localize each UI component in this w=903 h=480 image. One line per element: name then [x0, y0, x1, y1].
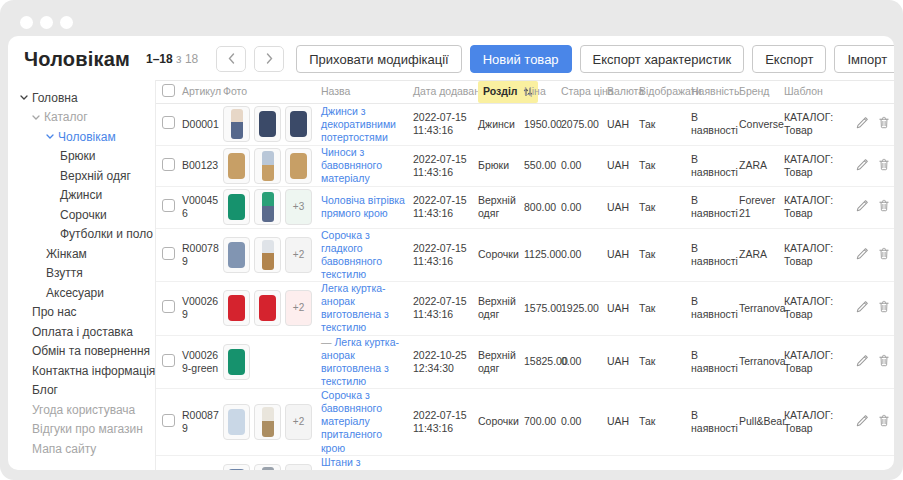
row-checkbox[interactable] — [162, 247, 175, 260]
sidebar-item-label: Каталог — [44, 110, 88, 124]
window-maximize-dot[interactable] — [60, 16, 73, 29]
delete-button[interactable] — [878, 354, 890, 370]
new-product-button[interactable]: Новий товар — [470, 45, 572, 73]
delete-button[interactable] — [878, 158, 890, 174]
col-availability[interactable]: Наявність — [691, 85, 739, 98]
edit-button[interactable] — [856, 300, 869, 316]
export-button[interactable]: Експорт — [752, 45, 826, 73]
col-section[interactable]: Розділ — [478, 81, 524, 102]
product-name-link[interactable]: Сорочка з бавовняного матеріалу притален… — [321, 389, 382, 454]
template-cell: КАТАЛОГ: Товар — [784, 242, 846, 268]
sidebar-item-9[interactable]: Взуття — [8, 264, 155, 284]
delete-button[interactable] — [878, 199, 890, 215]
col-old-price[interactable]: Стара ціна — [561, 85, 607, 98]
product-name-link[interactable]: Легка куртка-анорак виготовлена з тексти… — [321, 336, 399, 387]
col-price[interactable]: Ціна — [524, 85, 561, 98]
sidebar: Головна Каталог Чоловікам Брюки Верхній … — [8, 80, 155, 470]
edit-button[interactable] — [856, 247, 869, 263]
sidebar-item-17[interactable]: Відгуки про магазин — [8, 420, 155, 440]
table-row: R000879 +2 Сорочка з бавовняного матеріа… — [156, 389, 894, 456]
product-name-link[interactable]: Сорочка з гладкого бавовняного текстилю — [321, 229, 382, 280]
sidebar-item-15[interactable]: Блог — [8, 381, 155, 401]
table-header-row: Артикул Фото Назва Дата додавання Розділ… — [156, 80, 894, 104]
edit-button[interactable] — [856, 354, 869, 370]
product-name-link[interactable]: Чоловіча вітрівка прямого крою — [321, 194, 405, 219]
edit-button[interactable] — [856, 414, 869, 430]
col-date[interactable]: Дата додавання — [413, 85, 478, 98]
row-checkbox[interactable] — [162, 300, 175, 313]
price-cell: 1950.00 — [524, 118, 561, 131]
sidebar-item-11[interactable]: Про нас — [8, 303, 155, 323]
sidebar-item-10[interactable]: Аксесуари — [8, 283, 155, 303]
col-photo[interactable]: Фото — [223, 85, 321, 98]
sidebar-item-18[interactable]: Мапа сайту — [8, 439, 155, 459]
col-section-label: Розділ — [483, 85, 518, 98]
template-cell: КАТАЛОГ: Товар — [784, 153, 846, 179]
pagination-total: з 18 — [176, 52, 198, 66]
sidebar-item-4[interactable]: Верхній одяг — [8, 166, 155, 186]
export-characteristics-button[interactable]: Експорт характеристик — [580, 45, 745, 73]
product-name-link[interactable]: Джинси з декоративними потертостями — [321, 105, 396, 143]
chevron-down-icon — [46, 134, 58, 139]
product-photo — [254, 404, 281, 440]
date-added-cell: 2022-10-25 12:34:30 — [413, 349, 478, 375]
sidebar-item-2[interactable]: Чоловікам — [8, 127, 155, 147]
product-name-link[interactable]: Легка куртка-анорак виготовлена з тексти… — [321, 282, 389, 333]
next-page-button[interactable] — [254, 46, 284, 72]
sku-cell: V000456 — [182, 194, 223, 220]
row-checkbox[interactable] — [162, 116, 175, 129]
import-button[interactable]: Імпорт — [834, 45, 894, 73]
col-show[interactable]: Відображати — [639, 85, 691, 98]
prev-page-button[interactable] — [216, 46, 246, 72]
show-cell: Так — [639, 302, 691, 315]
sidebar-item-label: Чоловікам — [58, 130, 116, 144]
photo-cell — [223, 344, 321, 380]
col-artikul[interactable]: Артикул — [182, 85, 223, 98]
sidebar-item-13[interactable]: Обмін та повернення — [8, 342, 155, 362]
delete-button[interactable] — [878, 414, 890, 430]
sidebar-item-16[interactable]: Угода користувача — [8, 400, 155, 420]
date-added-cell: 2022-07-15 11:43:16 — [413, 153, 478, 179]
delete-button[interactable] — [878, 300, 890, 316]
sku-cell: R000879 — [182, 409, 223, 435]
sidebar-item-8[interactable]: Жінкам — [8, 244, 155, 264]
row-checkbox[interactable] — [162, 158, 175, 171]
product-name-link[interactable]: Штани з бавовняного матеріалу прямого кр… — [321, 456, 388, 470]
brand-cell: ZARA — [739, 248, 784, 261]
delete-button[interactable] — [878, 247, 890, 263]
edit-button[interactable] — [856, 158, 869, 174]
row-checkbox[interactable] — [162, 354, 175, 367]
product-name-cell: Джинси з декоративними потертостями — [321, 105, 413, 144]
sidebar-item-1[interactable]: Каталог — [8, 108, 155, 128]
sidebar-item-12[interactable]: Оплата і доставка — [8, 322, 155, 342]
window-close-dot[interactable] — [20, 16, 33, 29]
edit-button[interactable] — [856, 199, 869, 215]
availability-cell: В наявності — [691, 295, 739, 321]
row-checkbox[interactable] — [162, 199, 175, 212]
sidebar-item-5[interactable]: Джинси — [8, 186, 155, 206]
sidebar-item-6[interactable]: Сорочки — [8, 205, 155, 225]
product-photo — [223, 189, 250, 225]
more-photos-badge: +2 — [285, 464, 312, 470]
sidebar-item-14[interactable]: Контактна інформація — [8, 361, 155, 381]
variant-dash: — — [321, 336, 332, 348]
availability-cell: В наявності — [691, 111, 739, 137]
col-brand[interactable]: Бренд — [739, 85, 784, 98]
product-name-link[interactable]: Чиноси з бавовняного матеріалу — [321, 146, 382, 184]
brand-cell: Terranova — [739, 302, 784, 315]
more-photos-badge: +2 — [285, 290, 312, 326]
sidebar-item-7[interactable]: Футболки и поло — [8, 225, 155, 245]
window-minimize-dot[interactable] — [40, 16, 53, 29]
delete-button[interactable] — [878, 116, 890, 132]
sidebar-item-0[interactable]: Головна — [8, 88, 155, 108]
hide-modifications-button[interactable]: Приховати модифікації — [296, 45, 461, 73]
select-all-checkbox[interactable] — [162, 84, 175, 97]
col-template[interactable]: Шаблон — [784, 85, 846, 98]
col-currency[interactable]: Валюта — [607, 85, 639, 98]
col-name[interactable]: Назва — [321, 85, 413, 98]
sku-cell: D00001 — [182, 118, 223, 131]
brand-cell: Converse — [739, 118, 784, 131]
edit-button[interactable] — [856, 116, 869, 132]
row-checkbox[interactable] — [162, 414, 175, 427]
sidebar-item-3[interactable]: Брюки — [8, 147, 155, 167]
